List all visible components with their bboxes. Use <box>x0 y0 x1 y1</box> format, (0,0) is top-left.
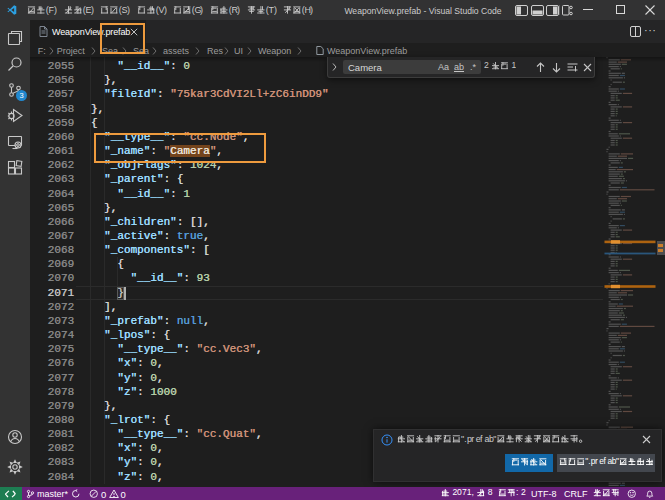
svg-text:8: 8 <box>488 488 493 497</box>
svg-text:): ) <box>54 5 57 15</box>
svg-text:f: f <box>480 434 483 444</box>
svg-text:1: 1 <box>512 61 517 70</box>
svg-text:r: r <box>595 457 598 466</box>
svg-text:r: r <box>471 434 474 444</box>
svg-text:): ) <box>91 5 94 15</box>
svg-text:): ) <box>274 5 277 15</box>
svg-text:2: 2 <box>521 488 526 497</box>
svg-text:": " <box>493 434 496 444</box>
svg-text:2: 2 <box>484 61 489 70</box>
svg-text:): ) <box>127 5 130 15</box>
svg-text:f: f <box>603 457 606 466</box>
svg-text:): ) <box>200 5 203 15</box>
svg-text:": " <box>616 457 619 466</box>
svg-text:): ) <box>164 5 167 15</box>
svg-text::: : <box>516 488 518 497</box>
svg-text:,: , <box>472 488 474 497</box>
svg-text:): ) <box>310 5 313 15</box>
svg-text:): ) <box>237 5 240 15</box>
